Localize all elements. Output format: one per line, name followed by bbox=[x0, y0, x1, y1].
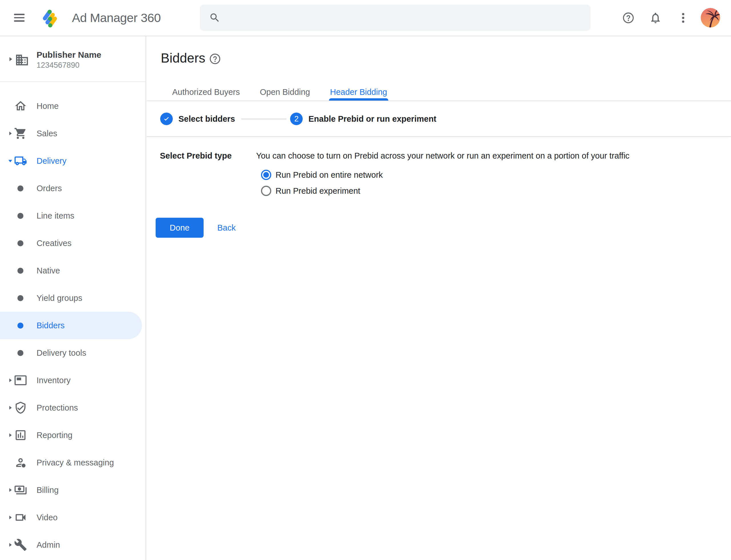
sidebar-item-label: Bidders bbox=[37, 312, 65, 339]
radio-option-run-prebid-on-entire-network[interactable]: Run Prebid on entire network bbox=[261, 170, 383, 180]
video-icon bbox=[14, 511, 27, 524]
sidebar-item-billing[interactable]: Billing bbox=[0, 476, 142, 504]
sidebar-item-label: Privacy & messaging bbox=[37, 449, 114, 476]
publisher-name: Publisher Name bbox=[37, 49, 101, 60]
publisher-id: 1234567890 bbox=[37, 61, 79, 70]
sidebar-item-protections[interactable]: Protections bbox=[0, 394, 142, 421]
radio-option-run-prebid-experiment[interactable]: Run Prebid experiment bbox=[261, 186, 383, 196]
caret-right-icon bbox=[7, 487, 14, 493]
prebid-type-radio-group: Run Prebid on entire network Run Prebid … bbox=[261, 170, 383, 196]
ad-manager-logo-icon bbox=[42, 8, 60, 28]
radio-label: Run Prebid experiment bbox=[276, 186, 361, 196]
step-label: Enable Prebid or run experiment bbox=[309, 114, 436, 124]
back-link[interactable]: Back bbox=[217, 223, 236, 233]
step-select-bidders[interactable]: Select bidders bbox=[160, 113, 235, 125]
bullet-icon bbox=[17, 295, 23, 301]
privacy-icon bbox=[14, 456, 27, 469]
help-icon bbox=[622, 11, 635, 24]
billing-icon bbox=[14, 483, 27, 497]
caret-right-icon bbox=[7, 377, 14, 384]
sidebar-item-video[interactable]: Video bbox=[0, 504, 142, 531]
bullet-icon bbox=[17, 268, 23, 274]
search-icon bbox=[209, 12, 221, 23]
sidebar-item-inventory[interactable]: Inventory bbox=[0, 367, 142, 394]
sidebar-item-sales[interactable]: Sales bbox=[0, 120, 142, 147]
caret-right-icon bbox=[7, 130, 14, 137]
step-circle: 2 bbox=[290, 113, 303, 125]
sidebar-item-label: Home bbox=[37, 92, 59, 120]
bullet-icon bbox=[17, 240, 23, 246]
hamburger-icon bbox=[14, 14, 25, 15]
sidebar-item-label: Creatives bbox=[37, 229, 72, 257]
sidebar-item-label: Native bbox=[37, 257, 60, 284]
caret-down-icon bbox=[7, 157, 14, 164]
caret-right-icon bbox=[7, 514, 14, 521]
prebid-type-label: Select Prebid type bbox=[160, 151, 232, 161]
stepper-divider bbox=[147, 136, 731, 137]
sidebar-item-label: Billing bbox=[37, 476, 59, 504]
bullet-icon bbox=[17, 185, 23, 191]
step-connector bbox=[241, 119, 287, 119]
tab-label: Header Bidding bbox=[330, 87, 387, 97]
tab-bar: Authorized BuyersOpen BiddingHeader Bidd… bbox=[172, 83, 388, 101]
radio-icon bbox=[261, 170, 271, 180]
tab-open-bidding[interactable]: Open Bidding bbox=[259, 83, 311, 101]
sidebar-item-label: Inventory bbox=[37, 367, 71, 394]
cart-icon bbox=[14, 127, 27, 140]
ad-manager-app: Ad Manager 360 Publisher Name 1234567890… bbox=[0, 0, 731, 560]
notifications-button[interactable] bbox=[649, 11, 662, 24]
sidebar-item-orders[interactable]: Orders bbox=[0, 175, 142, 202]
shield-icon bbox=[14, 401, 27, 414]
sidebar-item-label: Reporting bbox=[37, 421, 73, 449]
done-button[interactable]: Done bbox=[156, 218, 204, 238]
sidebar-nav: Home Sales Delivery Orders Line items Cr… bbox=[0, 92, 146, 559]
sidebar-item-admin[interactable]: Admin bbox=[0, 531, 142, 559]
overflow-menu-button[interactable] bbox=[677, 11, 690, 24]
sidebar-item-privacy-messaging[interactable]: Privacy & messaging bbox=[0, 449, 142, 476]
sidebar-item-yield-groups[interactable]: Yield groups bbox=[0, 284, 142, 312]
bell-icon bbox=[649, 11, 662, 24]
bullet-icon bbox=[17, 350, 23, 356]
prebid-type-description: You can choose to turn on Prebid across … bbox=[256, 151, 629, 161]
search-input[interactable] bbox=[227, 13, 590, 23]
tab-label: Open Bidding bbox=[260, 87, 310, 97]
sidebar-item-native[interactable]: Native bbox=[0, 257, 142, 284]
sidebar-item-reporting[interactable]: Reporting bbox=[0, 421, 142, 449]
sidebar: Publisher Name 1234567890 Home Sales Del… bbox=[0, 36, 146, 560]
home-icon bbox=[14, 99, 27, 113]
sidebar-item-creatives[interactable]: Creatives bbox=[0, 229, 142, 257]
sidebar-item-label: Delivery bbox=[37, 147, 67, 175]
tab-authorized-buyers[interactable]: Authorized Buyers bbox=[172, 83, 241, 101]
page-title: Bidders bbox=[161, 49, 205, 67]
sidebar-item-label: Sales bbox=[37, 120, 57, 147]
step-check-icon bbox=[160, 113, 173, 125]
tab-header-bidding[interactable]: Header Bidding bbox=[330, 83, 388, 101]
admin-icon bbox=[14, 538, 27, 551]
sidebar-item-line-items[interactable]: Line items bbox=[0, 202, 142, 229]
sidebar-divider bbox=[0, 81, 146, 82]
reporting-icon bbox=[14, 429, 27, 442]
sidebar-item-delivery[interactable]: Delivery bbox=[0, 147, 142, 175]
help-icon bbox=[209, 53, 221, 65]
radio-label: Run Prebid on entire network bbox=[276, 170, 383, 180]
sidebar-item-delivery-tools[interactable]: Delivery tools bbox=[0, 339, 142, 367]
bullet-icon bbox=[17, 213, 23, 219]
sidebar-item-label: Orders bbox=[37, 175, 62, 202]
kebab-icon bbox=[677, 11, 690, 24]
search-bar[interactable] bbox=[200, 5, 590, 31]
sidebar-item-home[interactable]: Home bbox=[0, 92, 142, 120]
hamburger-menu-button[interactable] bbox=[13, 11, 26, 25]
radio-icon bbox=[261, 186, 271, 196]
user-avatar[interactable] bbox=[701, 8, 720, 27]
page-help-button[interactable] bbox=[209, 53, 221, 65]
step-enable-prebid-or-run-experiment[interactable]: 2 Enable Prebid or run experiment bbox=[290, 113, 436, 125]
publisher-selector[interactable]: Publisher Name 1234567890 bbox=[0, 36, 146, 81]
stepper: Select bidders 2 Enable Prebid or run ex… bbox=[160, 113, 436, 125]
help-button[interactable] bbox=[622, 11, 635, 24]
step-label: Select bidders bbox=[179, 114, 235, 124]
sidebar-item-bidders[interactable]: Bidders bbox=[0, 312, 142, 339]
caret-right-icon bbox=[7, 404, 14, 411]
tab-label: Authorized Buyers bbox=[172, 87, 240, 97]
sidebar-item-label: Protections bbox=[37, 394, 78, 421]
truck-icon bbox=[14, 154, 27, 167]
